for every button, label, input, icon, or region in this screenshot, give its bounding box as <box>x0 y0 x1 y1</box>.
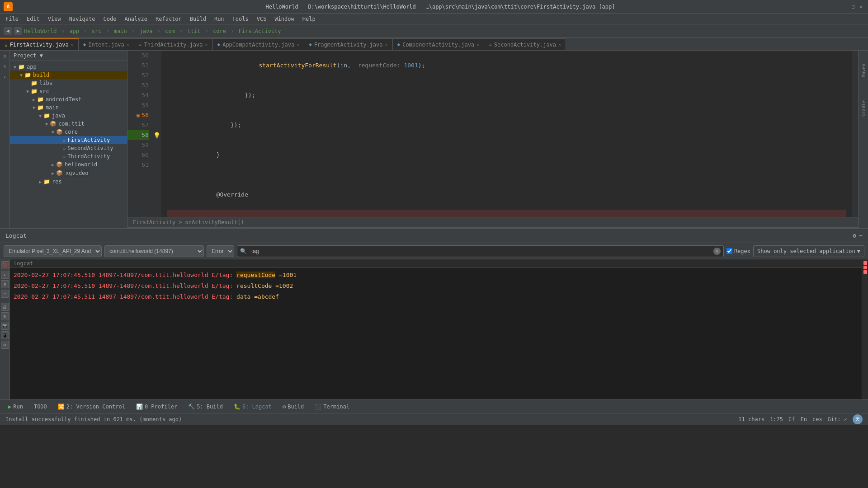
menu-item-tools[interactable]: Tools <box>229 15 252 23</box>
bottom-toolbar: ▶ Run TODO 🔀 2: Version Control 📊 0 Prof… <box>0 399 868 413</box>
gutter-error-marker <box>863 266 867 269</box>
minimize-button[interactable]: – <box>842 4 848 10</box>
menu-item-build[interactable]: Build <box>186 15 210 23</box>
build-tool-button[interactable]: 🔨 5: Build <box>184 403 227 411</box>
build2-tool-button[interactable]: ⚙ Build <box>278 403 308 411</box>
editor-breadcrumb: FirstActivity > onActivityResult() <box>127 217 858 228</box>
nav-back-button[interactable]: ◀ <box>4 27 12 35</box>
run-tool-button[interactable]: ▶ Run <box>4 403 28 411</box>
todo-tool-button[interactable]: TODO <box>29 403 52 411</box>
tab-close-icon[interactable]: ✕ <box>205 42 208 47</box>
tab-close-icon[interactable]: ✕ <box>558 42 561 47</box>
tree-arrow: ▼ <box>43 122 50 127</box>
regex-checkbox-label[interactable]: Regex <box>726 248 750 254</box>
nav-forward-button[interactable]: ▶ <box>14 27 23 35</box>
menu-item-window[interactable]: Window <box>271 15 297 23</box>
tree-item-core[interactable]: ▼ 📦 core <box>10 128 127 136</box>
logcat-minimize-icon[interactable]: − <box>859 232 863 239</box>
tab-close-icon[interactable]: ✕ <box>385 42 388 47</box>
tab-secondactivity[interactable]: ☕ SecondActivity.java ✕ <box>484 38 566 50</box>
tree-item-main[interactable]: ▼ 📁 main <box>10 103 127 112</box>
menu-item-edit[interactable]: Edit <box>23 15 43 23</box>
logcat-clear-button[interactable]: 🚫 <box>1 261 9 269</box>
logcat-camera-button[interactable]: 📷 <box>1 322 9 330</box>
package-icon: 📦 <box>50 121 57 127</box>
logcat-settings-icon[interactable]: ⚙ <box>853 232 856 239</box>
right-scroll-gutter[interactable] <box>852 51 858 217</box>
menu-item-navigate[interactable]: Navigate <box>66 15 99 23</box>
tab-close-icon[interactable]: ✕ <box>127 42 129 47</box>
log-pid: 14897-14897/com.ttit.helloworld <box>99 282 212 289</box>
menu-item-file[interactable]: File <box>2 15 22 23</box>
maximize-button[interactable]: □ <box>850 4 856 10</box>
logcat-label: 6: Logcat <box>242 404 272 410</box>
tab-componentactivity[interactable]: ◆ ComponentActivity.java ✕ <box>393 38 485 50</box>
tree-item-app[interactable]: ▼ 📁 app <box>10 63 127 71</box>
tree-item-helloworld[interactable]: ▶ 📦 helloworld <box>10 160 127 169</box>
tree-item-res[interactable]: ▶ 📁 res <box>10 178 127 186</box>
profiler-tool-button[interactable]: 📊 0 Profiler <box>132 403 182 411</box>
logcat-log-area[interactable]: 2020-02-27 17:07:45.510 14897-14897/com.… <box>10 268 862 399</box>
logcat-settings-button[interactable]: ⚙ <box>1 312 9 320</box>
terminal-tool-button[interactable]: ⬛ Terminal <box>310 403 354 411</box>
logcat-search-input[interactable] <box>249 245 712 257</box>
regex-checkbox[interactable] <box>726 248 732 254</box>
tree-item-com-ttit[interactable]: ▼ 📦 com.ttit <box>10 120 127 128</box>
tab-intent[interactable]: ◆ Intent.java ✕ <box>79 38 134 50</box>
navbar: ◀ ▶ HelloWorld › app › src › main › java… <box>0 24 868 38</box>
logcat-scroll-end-button[interactable]: ↓ <box>1 271 9 279</box>
tab-label: FirstActivity.java <box>10 42 69 48</box>
tree-item-firstactivity[interactable]: ☕ FirstActivity <box>10 136 127 144</box>
level-select[interactable]: Error <box>207 245 234 257</box>
menu-item-run[interactable]: Run <box>211 15 228 23</box>
menu-item-analyze[interactable]: Analyze <box>121 15 151 23</box>
logcat-tool-button[interactable]: 🐛 6: Logcat <box>229 403 276 411</box>
logcat-content-wrapper: logcat 2020-02-27 17:07:45.510 14897-148… <box>10 259 862 399</box>
tree-item-thirdactivity[interactable]: ☕ ThirdActivity <box>10 152 127 160</box>
tab-close-icon[interactable]: ✕ <box>71 42 74 47</box>
clear-search-button[interactable]: ✕ <box>713 248 721 255</box>
tab-thirdactivity[interactable]: ☕ ThirdActivity.java ✕ <box>134 38 213 50</box>
indent-label[interactable]: Fn <box>801 416 807 422</box>
package-select[interactable]: com.ttit.helloworld (14897) <box>104 245 204 257</box>
tree-item-xgvideo[interactable]: ▶ 📦 xgvideo <box>10 169 127 178</box>
maven-tab[interactable]: Maven <box>859 52 868 89</box>
emulator-select[interactable]: Emulator Pixel_3_XL_API_29 And <box>4 245 102 257</box>
tab-close-icon[interactable]: ✕ <box>297 42 299 47</box>
close-button[interactable]: ✕ <box>858 4 864 10</box>
logcat-pause-button[interactable]: ⏸ <box>1 280 9 288</box>
menu-item-refactor[interactable]: Refactor <box>152 15 185 23</box>
bottom-panel: Logcat ⚙ − Emulator Pixel_3_XL_API_29 An… <box>0 228 868 399</box>
encoding-label[interactable]: Cf <box>788 416 795 422</box>
menu-item-view[interactable]: View <box>44 15 65 23</box>
logcat-print-button[interactable]: 🖨 <box>1 303 9 311</box>
tree-item-libs[interactable]: 📁 libs <box>10 79 127 87</box>
logcat-wrap-button[interactable]: ↩ <box>1 290 9 298</box>
tree-item-build[interactable]: ▼ 📁 build <box>10 71 127 79</box>
cursor-position[interactable]: 1:75 <box>770 416 783 422</box>
tab-appcompatactivity[interactable]: ◆ AppCompatActivity.java ✕ <box>213 38 305 50</box>
menu-item-help[interactable]: Help <box>299 15 319 23</box>
tree-item-src[interactable]: ▼ 📁 src <box>10 87 127 95</box>
lang-label[interactable]: ces <box>812 416 822 422</box>
tab-close-icon[interactable]: ✕ <box>476 42 479 47</box>
logcat-right-gutter[interactable] <box>862 259 868 399</box>
logcat-device-button[interactable]: 📱 <box>1 331 9 339</box>
show-only-selected-dropdown[interactable]: Show only selected application ▼ <box>753 245 864 257</box>
logcat-settings2-button[interactable]: ⚙ <box>1 341 9 349</box>
tab-fragmentactivity[interactable]: ◆ FragmentActivity.java ✕ <box>304 38 392 50</box>
gradle-tab[interactable]: Gradle <box>859 90 868 127</box>
menu-item-vcs[interactable]: VCS <box>253 15 270 23</box>
log-message: resultCode =1002 <box>236 282 293 289</box>
vtab-structure[interactable]: S <box>0 62 9 71</box>
tree-item-secondactivity[interactable]: ☕ SecondActivity <box>10 144 127 152</box>
version-control-tool-button[interactable]: 🔀 2: Version Control <box>53 403 130 411</box>
tree-item-java[interactable]: ▼ 📁 java <box>10 112 127 120</box>
tab-firstactivity[interactable]: ☕ FirstActivity.java ✕ <box>0 38 79 50</box>
code-editor[interactable]: startActivityForResult(in, requestCode: … <box>161 51 852 217</box>
menu-item-code[interactable]: Code <box>100 15 120 23</box>
tree-item-androidtest[interactable]: ▶ 📁 androidTest <box>10 95 127 103</box>
log-timestamp: 2020-02-27 17:07:45.510 <box>14 272 95 278</box>
vtab-project[interactable]: P <box>0 52 9 61</box>
vtab-favorites[interactable]: ★ <box>0 72 9 81</box>
